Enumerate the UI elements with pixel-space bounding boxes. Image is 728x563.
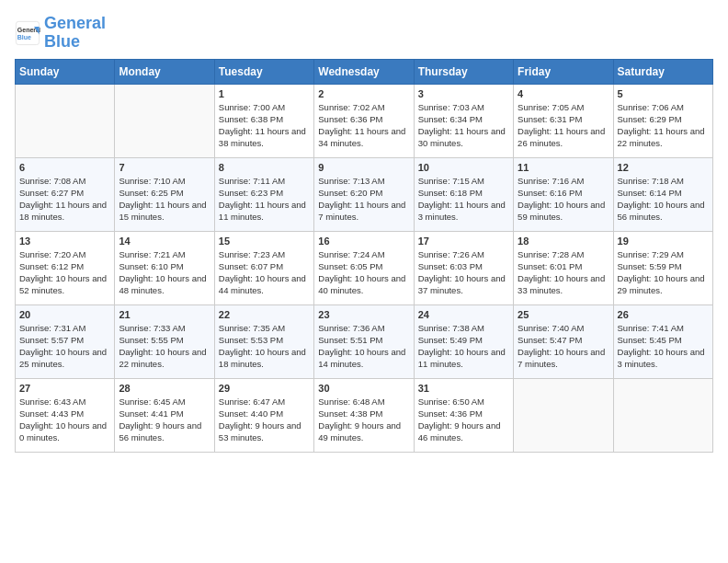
calendar-week-5: 27Sunrise: 6:43 AM Sunset: 4:43 PM Dayli… [16,378,713,452]
day-number: 21 [119,309,210,320]
day-info: Sunrise: 7:05 AM Sunset: 6:31 PM Dayligh… [518,101,609,150]
calendar-cell: 18Sunrise: 7:28 AM Sunset: 6:01 PM Dayli… [514,231,613,304]
calendar-cell: 24Sunrise: 7:38 AM Sunset: 5:49 PM Dayli… [414,304,513,378]
day-info: Sunrise: 7:21 AM Sunset: 6:10 PM Dayligh… [119,248,210,297]
header-row: SundayMondayTuesdayWednesdayThursdayFrid… [16,59,713,84]
day-info: Sunrise: 7:03 AM Sunset: 6:34 PM Dayligh… [418,101,509,150]
day-number: 28 [119,383,210,394]
calendar-cell [613,378,712,452]
day-number: 3 [418,88,509,99]
column-header-saturday: Saturday [613,59,712,84]
day-info: Sunrise: 7:20 AM Sunset: 6:12 PM Dayligh… [19,248,110,297]
day-number: 6 [19,162,110,173]
calendar-week-2: 6Sunrise: 7:08 AM Sunset: 6:27 PM Daylig… [16,157,713,231]
day-number: 5 [618,88,709,99]
day-info: Sunrise: 7:10 AM Sunset: 6:25 PM Dayligh… [119,175,210,224]
column-header-wednesday: Wednesday [314,59,414,84]
calendar-cell: 23Sunrise: 7:36 AM Sunset: 5:51 PM Dayli… [314,304,414,378]
calendar-cell: 31Sunrise: 6:50 AM Sunset: 4:36 PM Dayli… [414,378,513,452]
day-info: Sunrise: 7:16 AM Sunset: 6:16 PM Dayligh… [518,175,609,224]
day-info: Sunrise: 7:13 AM Sunset: 6:20 PM Dayligh… [318,175,409,224]
day-number: 8 [219,162,310,173]
calendar-cell: 21Sunrise: 7:33 AM Sunset: 5:55 PM Dayli… [115,304,214,378]
calendar-cell: 27Sunrise: 6:43 AM Sunset: 4:43 PM Dayli… [16,378,115,452]
day-info: Sunrise: 7:28 AM Sunset: 6:01 PM Dayligh… [518,248,609,297]
day-number: 29 [219,383,310,394]
calendar-cell: 8Sunrise: 7:11 AM Sunset: 6:23 PM Daylig… [214,157,313,231]
calendar-cell: 14Sunrise: 7:21 AM Sunset: 6:10 PM Dayli… [115,231,214,304]
calendar-cell: 13Sunrise: 7:20 AM Sunset: 6:12 PM Dayli… [16,231,115,304]
page-header: General Blue GeneralBlue [15,15,713,52]
calendar-cell: 10Sunrise: 7:15 AM Sunset: 6:18 PM Dayli… [414,157,513,231]
calendar-body: 1Sunrise: 7:00 AM Sunset: 6:38 PM Daylig… [16,84,713,452]
day-info: Sunrise: 7:00 AM Sunset: 6:38 PM Dayligh… [219,101,310,150]
day-number: 19 [618,236,709,247]
calendar-cell: 15Sunrise: 7:23 AM Sunset: 6:07 PM Dayli… [214,231,313,304]
calendar-cell: 29Sunrise: 6:47 AM Sunset: 4:40 PM Dayli… [214,378,313,452]
day-info: Sunrise: 6:45 AM Sunset: 4:41 PM Dayligh… [119,396,210,444]
calendar-cell: 9Sunrise: 7:13 AM Sunset: 6:20 PM Daylig… [314,157,414,231]
day-number: 15 [219,236,310,247]
svg-text:Blue: Blue [17,34,31,40]
day-info: Sunrise: 7:29 AM Sunset: 5:59 PM Dayligh… [618,248,709,297]
day-number: 27 [19,383,110,394]
day-info: Sunrise: 7:36 AM Sunset: 5:51 PM Dayligh… [318,322,409,371]
calendar-cell: 30Sunrise: 6:48 AM Sunset: 4:38 PM Dayli… [314,378,414,452]
column-header-friday: Friday [514,59,613,84]
day-info: Sunrise: 6:50 AM Sunset: 4:36 PM Dayligh… [418,396,509,444]
calendar-cell: 25Sunrise: 7:40 AM Sunset: 5:47 PM Dayli… [514,304,613,378]
day-number: 11 [518,162,609,173]
day-number: 22 [219,309,310,320]
day-info: Sunrise: 6:47 AM Sunset: 4:40 PM Dayligh… [219,396,310,444]
day-info: Sunrise: 7:35 AM Sunset: 5:53 PM Dayligh… [219,322,310,371]
day-info: Sunrise: 7:41 AM Sunset: 5:45 PM Dayligh… [618,322,709,371]
day-info: Sunrise: 6:48 AM Sunset: 4:38 PM Dayligh… [318,396,409,444]
day-info: Sunrise: 7:15 AM Sunset: 6:18 PM Dayligh… [418,175,509,224]
column-header-sunday: Sunday [16,59,115,84]
day-info: Sunrise: 7:26 AM Sunset: 6:03 PM Dayligh… [418,248,509,297]
calendar-week-1: 1Sunrise: 7:00 AM Sunset: 6:38 PM Daylig… [16,84,713,157]
day-info: Sunrise: 7:18 AM Sunset: 6:14 PM Dayligh… [618,175,709,224]
day-info: Sunrise: 7:02 AM Sunset: 6:36 PM Dayligh… [318,101,409,150]
calendar-cell [514,378,613,452]
day-info: Sunrise: 7:23 AM Sunset: 6:07 PM Dayligh… [219,248,310,297]
calendar-week-3: 13Sunrise: 7:20 AM Sunset: 6:12 PM Dayli… [16,231,713,304]
day-info: Sunrise: 6:43 AM Sunset: 4:43 PM Dayligh… [19,396,110,444]
calendar-header: SundayMondayTuesdayWednesdayThursdayFrid… [16,59,713,84]
day-info: Sunrise: 7:06 AM Sunset: 6:29 PM Dayligh… [618,101,709,150]
day-number: 4 [518,88,609,99]
day-info: Sunrise: 7:24 AM Sunset: 6:05 PM Dayligh… [318,248,409,297]
calendar-cell: 26Sunrise: 7:41 AM Sunset: 5:45 PM Dayli… [613,304,712,378]
day-number: 7 [119,162,210,173]
day-number: 9 [318,162,409,173]
day-info: Sunrise: 7:40 AM Sunset: 5:47 PM Dayligh… [518,322,609,371]
calendar-cell: 4Sunrise: 7:05 AM Sunset: 6:31 PM Daylig… [514,84,613,157]
day-number: 18 [518,236,609,247]
calendar-table: SundayMondayTuesdayWednesdayThursdayFrid… [15,59,713,453]
logo-icon: General Blue [15,20,40,46]
day-info: Sunrise: 7:33 AM Sunset: 5:55 PM Dayligh… [119,322,210,371]
calendar-cell: 19Sunrise: 7:29 AM Sunset: 5:59 PM Dayli… [613,231,712,304]
day-number: 17 [418,236,509,247]
calendar-cell: 12Sunrise: 7:18 AM Sunset: 6:14 PM Dayli… [613,157,712,231]
day-number: 1 [219,88,310,99]
calendar-cell: 28Sunrise: 6:45 AM Sunset: 4:41 PM Dayli… [115,378,214,452]
calendar-cell: 2Sunrise: 7:02 AM Sunset: 6:36 PM Daylig… [314,84,414,157]
calendar-cell: 22Sunrise: 7:35 AM Sunset: 5:53 PM Dayli… [214,304,313,378]
calendar-cell: 6Sunrise: 7:08 AM Sunset: 6:27 PM Daylig… [16,157,115,231]
calendar-cell: 11Sunrise: 7:16 AM Sunset: 6:16 PM Dayli… [514,157,613,231]
day-number: 24 [418,309,509,320]
calendar-cell: 17Sunrise: 7:26 AM Sunset: 6:03 PM Dayli… [414,231,513,304]
calendar-cell [115,84,214,157]
calendar-cell: 20Sunrise: 7:31 AM Sunset: 5:57 PM Dayli… [16,304,115,378]
calendar-cell: 3Sunrise: 7:03 AM Sunset: 6:34 PM Daylig… [414,84,513,157]
logo-text: GeneralBlue [44,15,106,52]
day-info: Sunrise: 7:31 AM Sunset: 5:57 PM Dayligh… [19,322,110,371]
calendar-cell: 5Sunrise: 7:06 AM Sunset: 6:29 PM Daylig… [613,84,712,157]
column-header-tuesday: Tuesday [214,59,313,84]
day-number: 25 [518,309,609,320]
calendar-cell: 16Sunrise: 7:24 AM Sunset: 6:05 PM Dayli… [314,231,414,304]
day-number: 31 [418,383,509,394]
day-info: Sunrise: 7:38 AM Sunset: 5:49 PM Dayligh… [418,322,509,371]
day-number: 13 [19,236,110,247]
